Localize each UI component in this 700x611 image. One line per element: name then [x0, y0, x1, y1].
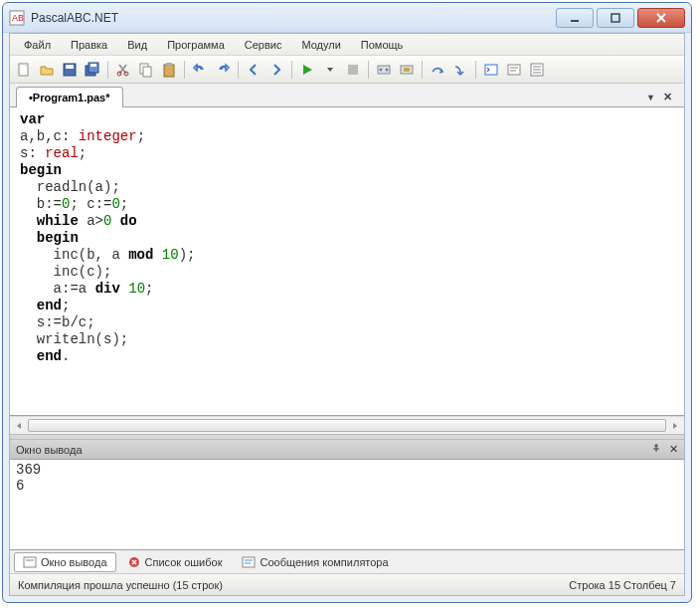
close-panel-icon[interactable]: ✕	[669, 443, 678, 456]
bottom-tabs: Окно вывода Список ошибок Сообщения комп…	[10, 549, 684, 573]
svg-rect-22	[485, 65, 497, 75]
terminal-icon[interactable]	[481, 60, 501, 80]
svg-text:AB: AB	[12, 13, 24, 23]
svg-rect-13	[143, 67, 151, 77]
minimize-button[interactable]	[556, 8, 594, 28]
titlebar: AB PascalABC.NET	[3, 3, 691, 33]
status-position: Строка 15 Столбец 7	[569, 579, 676, 591]
bottom-tab-errors[interactable]: Список ошибок	[118, 552, 232, 572]
toolbar	[10, 56, 684, 84]
svg-rect-16	[348, 65, 358, 75]
window-controls	[556, 8, 685, 28]
app-window: AB PascalABC.NET Файл Правка Вид Програм…	[2, 2, 692, 603]
toolbar-separator	[291, 61, 292, 79]
tab-label: •Program1.pas*	[29, 92, 110, 103]
svg-rect-6	[66, 65, 74, 69]
svg-rect-30	[24, 557, 36, 567]
save-icon[interactable]	[60, 60, 80, 80]
toolbar-separator	[238, 61, 239, 79]
svg-rect-9	[90, 64, 96, 67]
client-area: Файл Правка Вид Программа Сервис Модули …	[9, 33, 685, 596]
menu-edit[interactable]: Правка	[61, 36, 117, 54]
bottom-tab-compiler[interactable]: Сообщения компилятора	[233, 552, 397, 572]
pin-icon[interactable]	[651, 443, 661, 456]
svg-rect-3	[612, 14, 619, 22]
run-icon[interactable]	[297, 60, 317, 80]
statusbar: Компиляция прошла успешно (15 строк) Стр…	[10, 573, 684, 595]
undo-icon[interactable]	[190, 60, 210, 80]
svg-rect-23	[508, 65, 520, 75]
menu-modules[interactable]: Модули	[291, 36, 350, 54]
errors-tab-icon	[127, 555, 141, 569]
menu-file[interactable]: Файл	[14, 36, 61, 54]
app-title: PascalABC.NET	[31, 11, 556, 25]
new-file-icon[interactable]	[14, 60, 34, 80]
redo-icon[interactable]	[213, 60, 233, 80]
output-panel-title: Окно вывода	[16, 444, 83, 456]
toolbar-separator	[475, 61, 476, 79]
output-tab-icon	[23, 555, 37, 569]
menu-service[interactable]: Сервис	[235, 36, 292, 54]
svg-rect-21	[404, 68, 410, 72]
paste-icon[interactable]	[159, 60, 179, 80]
code-editor[interactable]: var a,b,c: integer; s: real; begin readl…	[10, 107, 684, 416]
scroll-left-icon[interactable]	[11, 418, 27, 434]
tab-program1[interactable]: •Program1.pas*	[16, 87, 123, 107]
scrollbar-thumb[interactable]	[28, 419, 666, 432]
close-button[interactable]	[637, 8, 685, 28]
output-icon[interactable]	[504, 60, 524, 80]
menu-help[interactable]: Помощь	[351, 36, 414, 54]
step-over-icon[interactable]	[428, 60, 447, 80]
toolbar-separator	[107, 61, 108, 79]
tab-close-icon[interactable]: ✕	[661, 91, 674, 103]
toolbar-separator	[422, 61, 423, 79]
cut-icon[interactable]	[113, 60, 133, 80]
svg-point-19	[386, 68, 389, 71]
maximize-button[interactable]	[597, 8, 634, 28]
nav-forward-icon[interactable]	[266, 60, 286, 80]
output-panel-header: Окно вывода ✕	[10, 440, 684, 460]
scroll-right-icon[interactable]	[667, 418, 683, 434]
app-icon: AB	[9, 10, 25, 26]
properties-icon[interactable]	[527, 60, 547, 80]
nav-back-icon[interactable]	[244, 60, 263, 80]
toolbar-separator	[368, 61, 369, 79]
toolbar-separator	[184, 61, 185, 79]
stop-icon[interactable]	[343, 60, 363, 80]
menu-program[interactable]: Программа	[157, 36, 235, 54]
output-panel-body[interactable]: 369 6	[10, 460, 684, 549]
status-message: Компиляция прошла успешно (15 строк)	[18, 579, 223, 591]
svg-rect-33	[243, 557, 255, 567]
bottom-tab-output[interactable]: Окно вывода	[14, 552, 116, 572]
open-file-icon[interactable]	[37, 60, 57, 80]
tab-dropdown-icon[interactable]: ▼	[646, 93, 655, 102]
horizontal-scrollbar[interactable]	[10, 416, 684, 434]
build-icon[interactable]	[397, 60, 417, 80]
svg-rect-15	[166, 63, 172, 66]
step-into-icon[interactable]	[450, 60, 470, 80]
menubar: Файл Правка Вид Программа Сервис Модули …	[10, 34, 684, 56]
svg-rect-14	[164, 65, 174, 77]
compile-icon[interactable]	[374, 60, 394, 80]
run-dropdown-icon[interactable]	[320, 60, 340, 80]
tabbar: •Program1.pas* ▼ ✕	[10, 84, 684, 107]
compiler-tab-icon	[242, 555, 256, 569]
copy-icon[interactable]	[136, 60, 156, 80]
menu-view[interactable]: Вид	[117, 36, 157, 54]
svg-point-18	[380, 68, 383, 71]
save-all-icon[interactable]	[83, 60, 102, 80]
